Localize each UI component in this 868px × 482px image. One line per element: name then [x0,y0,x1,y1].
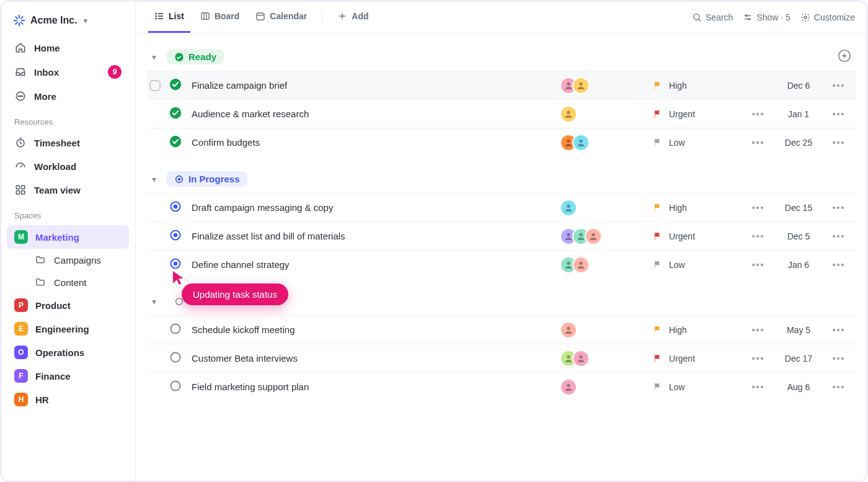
add-task-button[interactable] [838,49,856,65]
task-assignees[interactable] [560,77,653,94]
task-subtasks-toggle[interactable]: ••• [746,231,771,241]
task-assignees[interactable] [560,199,653,216]
task-priority[interactable]: High [653,325,746,335]
task-assignees[interactable] [560,134,653,151]
task-row[interactable]: Finalize campaign brief High Dec 6 ••• [147,71,856,99]
task-priority[interactable]: Low [653,382,746,392]
task-row[interactable]: Define channel strategy Low ••• Jan 6 ••… [147,250,856,279]
tab-list[interactable]: List [148,1,190,33]
task-title[interactable]: Schedule kickoff meeting [192,324,560,335]
tab-board[interactable]: Board [194,1,246,33]
task-row[interactable]: Audience & market research Urgent ••• Ja… [147,99,856,128]
task-status-toggle[interactable] [169,229,192,243]
sidebar-folder-campaigns[interactable]: Campaigns [7,249,129,271]
task-title[interactable]: Draft campaign messaging & copy [192,202,560,213]
task-due-date[interactable]: Dec 25 [771,138,826,148]
task-status-toggle[interactable] [169,135,192,150]
nav-teamview[interactable]: Team view [7,179,129,201]
task-subtasks-toggle[interactable]: ••• [746,325,771,335]
task-more-menu[interactable]: ••• [826,231,851,241]
task-status-toggle[interactable] [169,78,192,92]
task-assignees[interactable] [560,321,653,339]
task-assignees[interactable] [560,256,653,274]
task-due-date[interactable]: Jan 6 [771,260,826,270]
task-more-menu[interactable]: ••• [826,354,851,364]
task-subtasks-toggle[interactable]: ••• [746,354,771,364]
task-due-date[interactable]: Jan 1 [771,109,826,119]
task-title[interactable]: Define channel strategy [192,259,560,270]
task-checkbox[interactable] [149,80,161,91]
status-chip-todo[interactable]: To Do [167,293,221,309]
task-subtasks-toggle[interactable]: ••• [746,260,771,270]
task-subtasks-toggle[interactable]: ••• [746,203,771,213]
tab-calendar[interactable]: Calendar [249,1,313,33]
nav-inbox[interactable]: Inbox 9 [7,60,129,84]
task-more-menu[interactable]: ••• [826,382,851,392]
nav-home[interactable]: Home [7,37,129,59]
task-due-date[interactable]: Dec 6 [771,81,826,91]
task-due-date[interactable]: May 5 [771,325,826,335]
task-due-date[interactable]: Dec 5 [771,231,826,241]
task-more-menu[interactable]: ••• [826,138,851,148]
action-show[interactable]: Show · 5 [743,12,790,22]
task-more-menu[interactable]: ••• [826,109,851,119]
task-title[interactable]: Audience & market research [192,109,560,119]
task-more-menu[interactable]: ••• [826,203,851,213]
task-assignees[interactable] [560,378,653,396]
task-assignees[interactable] [560,350,653,367]
status-chip-in_progress[interactable]: In Progress [167,171,247,187]
sidebar-folder-content[interactable]: Content [7,271,129,293]
task-row[interactable]: Schedule kickoff meeting High ••• May 5 … [147,315,856,344]
task-due-date[interactable]: Aug 6 [771,382,826,392]
task-title[interactable]: Field marketing support plan [192,382,560,392]
task-more-menu[interactable]: ••• [826,81,851,91]
task-more-menu[interactable]: ••• [826,325,851,335]
task-status-toggle[interactable] [169,107,192,121]
group-collapse-toggle[interactable]: ▾ [147,295,161,308]
sidebar-space-engineering[interactable]: EEngineering [7,317,129,341]
task-title[interactable]: Finalize campaign brief [192,80,560,91]
task-priority[interactable]: Low [653,260,746,270]
task-subtasks-toggle[interactable]: ••• [746,109,771,119]
sidebar-space-product[interactable]: PProduct [7,293,129,317]
sidebar-space-marketing[interactable]: MMarketing [7,225,129,249]
task-priority[interactable]: Urgent [653,231,746,241]
task-assignees[interactable] [560,228,653,245]
task-due-date[interactable]: Dec 15 [771,203,826,213]
task-row[interactable]: Finalize asset list and bill of material… [147,221,856,250]
task-row[interactable]: Customer Beta interviews Urgent ••• Dec … [147,344,856,372]
task-row[interactable]: Confirm budgets Low ••• Dec 25 ••• [147,128,856,156]
task-status-toggle[interactable] [169,351,192,365]
task-due-date[interactable]: Dec 17 [771,354,826,364]
action-search[interactable]: Search [692,12,733,22]
task-row[interactable]: Field marketing support plan Low ••• Aug… [147,372,856,401]
task-status-toggle[interactable] [169,323,192,337]
task-assignees[interactable] [560,105,653,123]
group-collapse-toggle[interactable]: ▾ [147,50,161,64]
sidebar-space-finance[interactable]: FFinance [7,364,129,388]
task-priority[interactable]: High [653,81,746,91]
group-collapse-toggle[interactable]: ▾ [147,172,161,186]
sidebar-space-operations[interactable]: OOperations [7,341,129,364]
workspace-switcher[interactable]: Acme Inc. ▾ [7,9,129,35]
sidebar-space-hr[interactable]: HHR [7,388,129,411]
task-status-toggle[interactable] [169,380,192,394]
task-subtasks-toggle[interactable]: ••• [746,382,771,392]
task-title[interactable]: Customer Beta interviews [192,353,560,364]
task-more-menu[interactable]: ••• [826,260,851,270]
task-status-toggle[interactable] [169,200,192,215]
task-priority[interactable]: Urgent [653,354,746,364]
tab-add-view[interactable]: Add [331,1,374,33]
task-priority[interactable]: Low [653,138,746,148]
status-chip-ready[interactable]: Ready [167,49,224,65]
task-title[interactable]: Finalize asset list and bill of material… [192,231,560,241]
nav-timesheet[interactable]: Timesheet [7,132,129,154]
nav-workload[interactable]: Workload [7,155,129,177]
task-title[interactable]: Confirm budgets [192,137,560,148]
task-row[interactable]: Draft campaign messaging & copy High •••… [147,193,856,221]
nav-more[interactable]: More [7,85,129,107]
task-priority[interactable]: Urgent [653,109,746,119]
task-status-toggle[interactable] [169,257,192,272]
task-subtasks-toggle[interactable]: ••• [746,138,771,148]
action-customize[interactable]: Customize [800,12,855,22]
